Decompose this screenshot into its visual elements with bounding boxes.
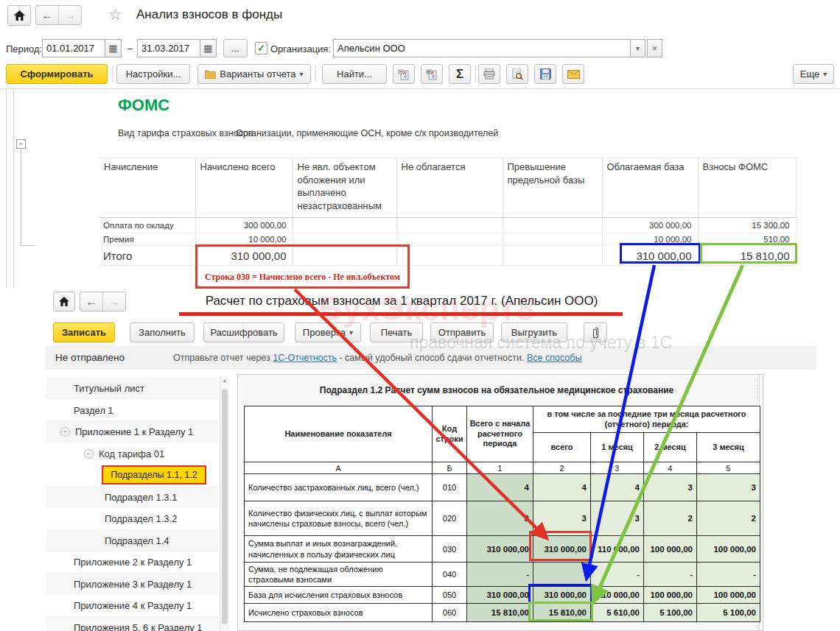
cell[interactable] [396,233,503,246]
sidebar-item-subsections-11-12[interactable]: Подразделы 1.1, 1.2 [46,464,218,486]
value-cell[interactable]: 100 000,00 [644,587,697,604]
sum-button[interactable]: Σ [449,64,471,84]
organization-checkbox[interactable]: ✓ [255,42,267,54]
upload-button[interactable]: Выгрузить [501,322,567,342]
write-button[interactable]: Записать [53,322,115,342]
generate-button[interactable]: Сформировать [6,64,108,84]
cell[interactable]: 300 000,00 [602,218,698,233]
period-to-calendar-button[interactable]: ▦ [200,39,217,57]
collapse-node-icon[interactable]: − [84,449,94,459]
value-cell[interactable]: 5 100,00 [644,604,697,622]
sidebar-scrollbar-track[interactable]: ▲ [220,376,229,631]
value-cell[interactable]: 4 [467,474,533,501]
cell[interactable]: 15 810,00 [698,246,796,266]
cell[interactable] [293,246,396,266]
scroll-up-icon[interactable]: ▲ [220,378,229,383]
print-button[interactable]: Печать [370,322,423,342]
check-button[interactable]: Проверка▾ [295,322,361,342]
sidebar-selected-item[interactable]: Подразделы 1.1, 1.2 [102,465,206,484]
value-cell[interactable]: 310 000,00 [533,536,591,563]
period-from-calendar-button[interactable]: ▦ [105,39,122,57]
value-cell[interactable]: - [644,563,697,587]
value-cell[interactable]: 310 000,00 [467,587,533,604]
value-cell[interactable]: 100 000,00 [644,536,697,563]
cell[interactable] [503,218,602,233]
value-cell[interactable]: 110 000,00 [591,536,644,563]
cell[interactable]: 300 000,00 [195,218,293,233]
value-cell[interactable]: 3 [644,474,697,501]
value-cell[interactable]: 110 000,00 [591,587,644,604]
fill-button[interactable]: Заполнить [130,322,195,342]
all-methods-link[interactable]: Все способы [527,353,581,363]
cell[interactable]: 310 000,00 [195,246,293,266]
home-button[interactable] [53,292,75,311]
value-cell[interactable]: 4 [591,474,644,501]
report-variants-button[interactable]: Варианты отчета ▾ [197,64,311,84]
cell[interactable] [293,233,396,246]
value-cell[interactable]: 5 610,00 [591,604,644,622]
sidebar-item-subsection-14[interactable]: Подраздел 1.4 [46,529,218,551]
period-from-input[interactable]: 01.01.2017 [42,39,105,57]
value-cell[interactable]: - [591,563,644,587]
cell[interactable]: 10 000,00 [195,233,293,246]
cell[interactable] [503,233,602,246]
preview-button[interactable] [506,64,528,84]
cell[interactable] [396,246,503,266]
cell[interactable]: 10 000,00 [602,233,698,246]
cell[interactable]: 310 000,00 [602,246,698,266]
sidebar-item-section1[interactable]: Раздел 1 [46,399,218,421]
organization-input[interactable]: Апельсин ООО [333,39,631,57]
decrypt-button[interactable]: Расшифровать [203,322,284,342]
period-options-button[interactable]: ... [223,39,248,57]
value-cell[interactable]: 3 [697,474,760,501]
value-cell[interactable]: 3 [467,501,533,536]
collapse-groups-button[interactable]: AB [421,64,443,84]
sidebar-item-appendix56[interactable]: Приложения 5, 6 к Разделу 1 [46,616,218,631]
row-label[interactable]: Оплата по окладу [99,218,195,233]
cell[interactable] [503,246,602,266]
email-button[interactable] [562,64,584,84]
organization-dropdown-button[interactable]: ▾ [630,39,645,57]
attachments-button[interactable] [584,322,607,342]
value-cell[interactable]: 15 810,00 [533,604,591,622]
cell[interactable]: 510,00 [698,233,796,246]
row-label[interactable]: Премия [99,233,195,246]
back-button[interactable]: ← [36,6,58,24]
expand-groups-button[interactable]: AB [393,64,415,84]
value-cell[interactable]: 3 [533,501,591,536]
cell[interactable]: 15 300,00 [698,218,796,233]
home-button[interactable] [7,5,31,26]
forward-button[interactable]: → [58,6,81,24]
back-button[interactable]: ← [80,292,102,311]
period-to-input[interactable]: 31.03.2017 [137,39,200,57]
cell[interactable] [396,218,503,233]
sidebar-item-tariff-code[interactable]: −Код тарифа 01 [46,443,218,465]
value-cell[interactable]: 5 100,00 [697,604,760,622]
service-link[interactable]: 1С-Отчетность [273,353,337,363]
sidebar-item-appendix4[interactable]: Приложение 4 к Разделу 1 [46,594,218,616]
sidebar-item-appendix2[interactable]: Приложение 2 к Разделу 1 [46,551,218,573]
value-cell[interactable]: 15 810,00 [467,604,533,622]
forward-button[interactable]: → [102,292,125,311]
favorite-star-icon[interactable]: ☆ [108,6,122,24]
value-cell[interactable]: 100 000,00 [697,536,760,563]
value-cell[interactable]: 2 [697,501,760,536]
sidebar-item-appendix1[interactable]: −Приложение 1 к Разделу 1 [46,420,218,443]
cell[interactable] [293,218,396,233]
sidebar-scrollbar-thumb[interactable] [222,389,228,624]
find-button[interactable]: Найти... [322,64,387,84]
value-cell[interactable]: 4 [533,474,591,501]
save-button[interactable] [534,64,556,84]
sidebar-item-subsection-131[interactable]: Подраздел 1.3.1 [46,486,218,508]
print-button[interactable] [478,64,500,84]
collapse-node-icon[interactable]: − [60,427,70,437]
sidebar-item-subsection-132[interactable]: Подраздел 1.3.2 [46,507,218,529]
settings-button[interactable]: Настройки... [116,64,190,84]
value-cell[interactable]: 2 [644,501,697,536]
value-cell[interactable]: 310 000,00 [533,587,591,604]
row-label[interactable]: Итого [99,246,195,266]
value-cell[interactable]: - [697,563,760,587]
group-collapse-toggle[interactable]: − [16,139,26,149]
value-cell[interactable]: 3 [591,501,644,536]
value-cell[interactable]: - [467,563,533,587]
